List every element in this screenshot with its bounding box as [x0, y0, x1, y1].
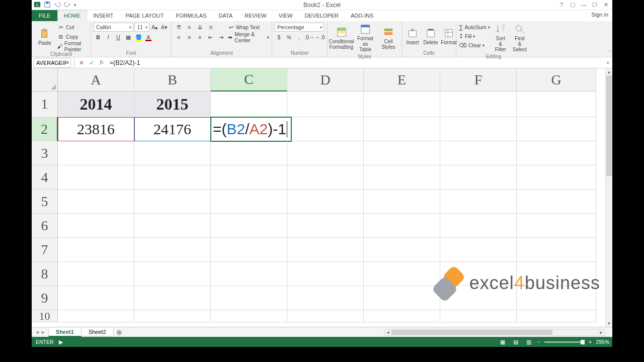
row-head-9[interactable]: 9	[32, 286, 58, 310]
align-center-icon[interactable]: ≡	[185, 33, 194, 42]
tab-home[interactable]: HOME	[57, 10, 87, 21]
align-top-icon[interactable]: ⇈	[174, 23, 183, 32]
cell[interactable]	[134, 310, 211, 322]
cell[interactable]	[211, 238, 287, 262]
cell[interactable]	[364, 238, 440, 262]
cell-d2[interactable]	[291, 117, 364, 141]
col-head-e[interactable]: E	[364, 68, 440, 92]
increase-indent-icon[interactable]: ⇥	[216, 33, 225, 42]
row-head-7[interactable]: 7	[32, 238, 58, 262]
decrease-font-icon[interactable]: A▾	[160, 23, 169, 32]
close-icon[interactable]: ✕	[600, 0, 611, 9]
minimize-icon[interactable]: —	[578, 0, 589, 9]
cell[interactable]	[211, 262, 287, 286]
cell[interactable]	[134, 238, 211, 262]
cell-e2[interactable]	[364, 117, 440, 141]
cell-c1[interactable]	[211, 92, 287, 117]
cell-g2[interactable]	[517, 117, 596, 141]
cell-styles-button[interactable]: Cell Styles	[378, 23, 399, 53]
cell-f2[interactable]	[440, 117, 517, 141]
col-head-b[interactable]: B	[134, 68, 211, 92]
col-head-g[interactable]: G	[517, 68, 596, 92]
decrease-decimal-icon[interactable]: ←.0	[315, 33, 325, 42]
sheet-tab-2[interactable]: Sheet2	[81, 328, 114, 336]
tab-review[interactable]: REVIEW	[238, 10, 272, 21]
cell[interactable]	[287, 165, 364, 190]
tab-insert[interactable]: INSERT	[87, 10, 119, 21]
cell[interactable]	[134, 165, 211, 190]
help-icon[interactable]: ?	[556, 0, 567, 9]
cell[interactable]	[517, 238, 596, 262]
cell[interactable]	[517, 141, 596, 165]
maximize-icon[interactable]: ☐	[589, 0, 600, 9]
cell[interactable]	[364, 214, 440, 238]
underline-button[interactable]: U	[114, 33, 123, 42]
scroll-down-icon[interactable]: ▼	[606, 320, 612, 327]
col-head-f[interactable]: F	[440, 68, 517, 92]
fill-color-button[interactable]: 🪣	[134, 33, 143, 42]
paste-button[interactable]: Paste	[34, 23, 55, 51]
insert-cells-button[interactable]: Insert	[405, 23, 421, 50]
cell[interactable]	[58, 238, 134, 262]
format-as-table-button[interactable]: Format as Table	[355, 23, 376, 53]
align-right-icon[interactable]: ≡	[195, 33, 204, 42]
increase-font-icon[interactable]: A▴	[150, 23, 159, 32]
cell[interactable]	[211, 214, 287, 238]
cell-b1[interactable]: 2015	[134, 92, 211, 117]
cell[interactable]	[58, 214, 134, 238]
border-button[interactable]: ▦	[124, 33, 133, 42]
cell[interactable]	[440, 165, 517, 190]
cell[interactable]	[287, 214, 364, 238]
font-size-select[interactable]: 11	[134, 23, 149, 32]
scroll-thumb[interactable]	[391, 330, 552, 335]
cell[interactable]	[364, 262, 440, 286]
cell-g1[interactable]	[517, 92, 596, 117]
zoom-out-icon[interactable]: −	[537, 339, 540, 345]
italic-button[interactable]: I	[104, 33, 113, 42]
row-head-1[interactable]: 1	[32, 92, 58, 117]
sheet-nav-prev-icon[interactable]: ◄	[35, 329, 40, 335]
expand-formula-bar-icon[interactable]: ▾	[603, 60, 612, 65]
select-all-corner[interactable]	[32, 68, 58, 92]
tab-view[interactable]: VIEW	[273, 10, 299, 21]
cell[interactable]	[58, 310, 134, 322]
scroll-right-icon[interactable]: ►	[598, 329, 605, 335]
cell-e1[interactable]	[364, 92, 440, 117]
cut-button[interactable]: ✂Cut	[57, 23, 88, 32]
ribbon-display-icon[interactable]: ▢	[567, 0, 578, 9]
cell[interactable]	[134, 286, 211, 310]
clear-button[interactable]: ⌫Clear▾	[459, 41, 490, 50]
sheet-tab-1[interactable]: Sheet1	[48, 328, 82, 337]
cell[interactable]	[440, 310, 517, 322]
cell[interactable]	[287, 286, 364, 310]
tab-data[interactable]: DATA	[213, 10, 239, 21]
cell[interactable]	[287, 190, 364, 214]
cell-a1[interactable]: 2014	[58, 92, 134, 117]
cell[interactable]	[211, 141, 287, 165]
cell[interactable]	[287, 262, 364, 286]
cell[interactable]	[134, 214, 211, 238]
cell[interactable]	[287, 141, 364, 165]
new-sheet-icon[interactable]: ⊕	[114, 328, 125, 336]
sort-filter-button[interactable]: Sort & Filter	[492, 23, 509, 53]
tab-developer[interactable]: DEVELOPER	[299, 10, 345, 21]
cell-c2[interactable]: =(B2/A2)-1	[211, 117, 291, 141]
row-head-3[interactable]: 3	[32, 141, 58, 165]
cell[interactable]	[211, 190, 287, 214]
increase-decimal-icon[interactable]: .0→	[305, 33, 314, 42]
delete-cells-button[interactable]: Delete	[423, 23, 439, 50]
page-break-view-icon[interactable]: ▥	[524, 338, 533, 345]
percent-format-icon[interactable]: %	[285, 33, 293, 42]
comma-format-icon[interactable]: ,	[295, 33, 303, 42]
col-head-a[interactable]: A	[58, 68, 134, 92]
qat-more-icon[interactable]: ▾	[74, 3, 76, 8]
cell[interactable]	[440, 141, 517, 165]
horizontal-scrollbar[interactable]: ◄ ►	[384, 329, 605, 336]
undo-icon[interactable]	[54, 1, 61, 9]
cell[interactable]	[58, 190, 134, 214]
tab-pagelayout[interactable]: PAGE LAYOUT	[119, 10, 170, 21]
conditional-formatting-button[interactable]: Conditional Formatting	[330, 23, 353, 53]
sign-in-link[interactable]: Sign in	[591, 12, 608, 18]
tab-addins[interactable]: ADD-INS	[345, 10, 379, 21]
row-head-10[interactable]: 10	[32, 310, 58, 322]
